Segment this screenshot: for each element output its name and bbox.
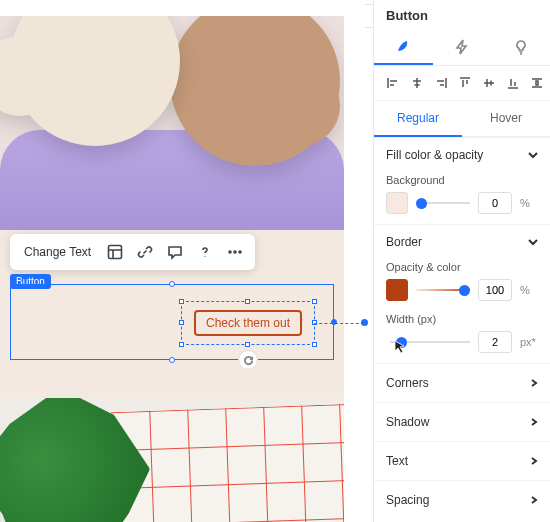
reset-rotation-button[interactable] [238,350,258,370]
tab-design[interactable] [374,29,433,65]
tab-ideas[interactable] [491,29,550,65]
more-icon[interactable] [221,238,249,266]
section-spacing-label: Spacing [386,493,429,507]
unit-label: % [520,197,538,209]
link-icon[interactable] [131,238,159,266]
section-spacing[interactable]: Spacing [374,480,550,519]
svg-point-2 [234,251,236,253]
section-border-header[interactable]: Border [386,235,538,249]
chevron-down-icon [528,150,538,160]
resize-handle[interactable] [312,299,317,304]
background-swatch[interactable] [386,192,408,214]
background-label: Background [386,174,538,186]
unit-label: % [520,284,538,296]
border-opacity-slider[interactable] [416,283,470,297]
section-shadow-label: Shadow [386,415,429,429]
resize-handle[interactable] [245,299,250,304]
align-distribute-v-icon[interactable] [530,76,544,90]
border-width-input[interactable] [478,331,512,353]
design-panel: Button Regular Hover Fill color & opacit… [374,0,550,522]
background-opacity-slider[interactable] [416,196,470,210]
comment-icon[interactable] [161,238,189,266]
chevron-right-icon [530,418,538,426]
selection-frame[interactable]: Check them out [10,284,334,360]
border-opacity-input[interactable] [478,279,512,301]
border-opacity-label: Opacity & color [386,261,538,273]
align-middle-v-icon[interactable] [482,76,496,90]
resize-handle[interactable] [169,357,175,363]
chevron-right-icon [530,496,538,504]
chevron-right-icon [530,457,538,465]
resize-handle[interactable] [312,342,317,347]
hero-image[interactable] [0,16,344,230]
resize-handle[interactable] [169,281,175,287]
align-right-icon[interactable] [434,76,448,90]
panel-mode-tabs [374,29,550,66]
align-left-icon[interactable] [386,76,400,90]
change-text-button[interactable]: Change Text [16,239,99,265]
panel-collapse-handle[interactable] [365,4,374,28]
tab-animation[interactable] [433,29,492,65]
resize-handle[interactable] [179,320,184,325]
svg-rect-0 [109,246,122,259]
element-toolbar: Change Text [10,234,255,270]
chevron-down-icon [528,237,538,247]
align-bottom-icon[interactable] [506,76,520,90]
layout-icon[interactable] [101,238,129,266]
section-fill-label: Fill color & opacity [386,148,483,162]
cursor-icon [392,339,408,355]
section-border-label: Border [386,235,422,249]
panel-title: Button [374,0,550,29]
resize-handle[interactable] [245,342,250,347]
resize-handle[interactable] [331,319,337,325]
section-fill-header[interactable]: Fill color & opacity [386,148,538,162]
svg-point-3 [239,251,241,253]
border-color-swatch[interactable] [386,279,408,301]
section-shadow[interactable]: Shadow [374,402,550,441]
image-block[interactable] [0,398,344,522]
section-text-label: Text [386,454,408,468]
svg-point-1 [229,251,231,253]
unit-label: px* [520,336,538,348]
tab-hover[interactable]: Hover [462,101,550,137]
chevron-right-icon [530,379,538,387]
guide-line [314,323,364,324]
button-element[interactable]: Check them out [181,301,315,345]
align-top-icon[interactable] [458,76,472,90]
guide-anchor[interactable] [361,319,368,326]
tab-regular[interactable]: Regular [374,101,462,137]
canvas-area[interactable]: Change Text Button Check them out [0,0,374,522]
help-icon[interactable] [191,238,219,266]
section-text[interactable]: Text [374,441,550,480]
alignment-toolbar [374,66,550,101]
state-tabs: Regular Hover [374,101,550,137]
background-opacity-input[interactable] [478,192,512,214]
section-corners-label: Corners [386,376,429,390]
resize-handle[interactable] [179,342,184,347]
resize-handle[interactable] [179,299,184,304]
border-width-label: Width (px) [386,313,538,325]
section-corners[interactable]: Corners [374,363,550,402]
border-width-slider[interactable] [390,335,470,349]
button-label: Check them out [194,310,302,336]
align-center-h-icon[interactable] [410,76,424,90]
